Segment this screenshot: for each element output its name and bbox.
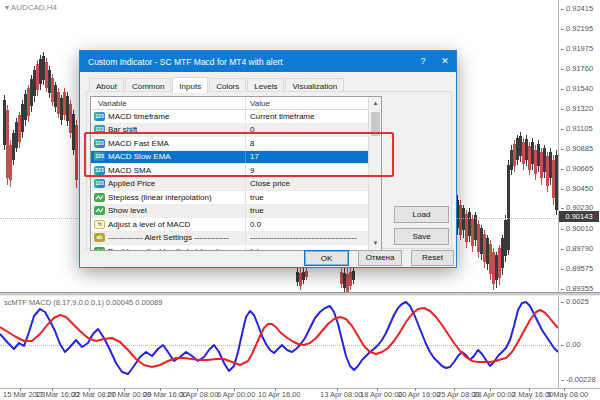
- param-value[interactable]: ----------------------------------------: [245, 232, 369, 245]
- time-tick: [52, 388, 53, 391]
- table-row[interactable]: ½Adjust a level of MACD0.0: [91, 218, 369, 232]
- param-value[interactable]: 9: [245, 164, 369, 177]
- scrollbar-thumb[interactable]: [371, 112, 380, 136]
- param-type-bool-icon: [94, 206, 105, 215]
- param-type-bool-icon: [94, 247, 105, 251]
- param-value[interactable]: 0: [245, 124, 369, 137]
- scroll-down-icon[interactable]: ▼: [369, 237, 382, 250]
- time-tick-label: 20 Apr 16:00: [398, 390, 441, 399]
- time-tick-label: 10 Apr 16:00: [258, 390, 301, 399]
- table-row[interactable]: 123MACD Fast EMA8: [91, 137, 369, 151]
- table-row[interactable]: 123MACD Slow EMA17: [91, 151, 369, 165]
- time-tick: [377, 388, 378, 391]
- param-value[interactable]: 0.0: [245, 218, 369, 231]
- param-name: MACD Fast EMA: [108, 139, 169, 148]
- price-tick-label: 0.89790: [561, 244, 593, 253]
- help-button[interactable]: ?: [412, 51, 434, 72]
- table-row[interactable]: 123Bar shift0: [91, 124, 369, 138]
- time-tick: [20, 388, 21, 391]
- param-name: Show level: [108, 206, 147, 215]
- column-variable: Variable: [91, 99, 245, 108]
- price-tick-label: 0.92415: [561, 4, 593, 13]
- param-name: Bar shift: [108, 125, 137, 134]
- price-tick-label: 0.90885: [561, 144, 593, 153]
- table-scrollbar[interactable]: ▲ ▼: [368, 97, 381, 250]
- reset-button[interactable]: Reset: [411, 250, 454, 266]
- macd-main-line: [0, 302, 558, 374]
- column-value: Value: [245, 97, 369, 109]
- symbol-text: AUDCAD,H4: [11, 3, 57, 12]
- time-tick: [415, 388, 416, 391]
- param-name: MACD timeframe: [108, 112, 169, 121]
- price-tick-label: 0.91975: [561, 44, 593, 53]
- inputs-rows: Variable Value 123MACD timeframeCurrent …: [91, 97, 369, 251]
- indicator-tick-label: 0.0025: [561, 297, 589, 306]
- param-name: MACD SMA: [108, 166, 151, 175]
- param-type-int-icon: 123: [94, 139, 105, 148]
- param-name: Applied Price: [108, 179, 155, 188]
- time-tick: [89, 388, 90, 391]
- time-tick-label: 28 Apr 00:00: [473, 390, 516, 399]
- price-tick-label: 0.91760: [561, 64, 593, 73]
- symbol-label: ▾ AUDCAD,H4: [5, 3, 57, 12]
- ok-button[interactable]: OK: [304, 250, 349, 266]
- param-type-double-icon: ½: [94, 220, 105, 229]
- param-value[interactable]: 17: [245, 151, 369, 164]
- param-name: Stepless (linear interpolation): [108, 193, 212, 202]
- time-tick: [564, 388, 565, 391]
- time-tick: [160, 388, 161, 391]
- tab-inputs[interactable]: Inputs: [172, 77, 208, 93]
- param-value[interactable]: true: [245, 191, 369, 204]
- price-tick-label: 0.90450: [561, 184, 593, 193]
- param-type-string-icon: ab: [94, 233, 105, 242]
- param-name: MACD Slow EMA: [108, 152, 171, 161]
- dialog-title: Custom Indicator - SC MTF Macd for MT4 w…: [80, 57, 412, 67]
- param-type-int-icon: 123: [94, 112, 105, 121]
- time-tick-label: 6 Apr 00:00: [217, 390, 255, 399]
- time-tick: [275, 388, 276, 391]
- dialog-titlebar[interactable]: Custom Indicator - SC MTF Macd for MT4 w…: [80, 51, 456, 72]
- time-tick-label: 3 Apr 08:00: [180, 390, 218, 399]
- table-row[interactable]: 123MACD SMA9: [91, 164, 369, 178]
- price-tick-label: 0.92195: [561, 24, 593, 33]
- param-value[interactable]: 8: [245, 137, 369, 150]
- macd-plot: [0, 296, 558, 388]
- table-row[interactable]: Show leveltrue: [91, 205, 369, 219]
- table-row[interactable]: 123MACD timeframeCurrent timeframe: [91, 110, 369, 124]
- price-tick-label: 0.91105: [561, 124, 593, 133]
- time-tick: [490, 388, 491, 391]
- table-row[interactable]: ab------------- Alert Settings ---------…: [91, 232, 369, 246]
- symbol-dropdown-icon[interactable]: ▾: [5, 3, 9, 12]
- candle: [75, 120, 78, 188]
- close-icon[interactable]: ✕: [434, 51, 456, 72]
- save-button[interactable]: Save: [394, 228, 449, 245]
- param-name: ------------- Alert Settings -----------…: [108, 233, 229, 242]
- scroll-up-icon[interactable]: ▲: [369, 97, 382, 110]
- candle: [555, 150, 558, 215]
- table-row[interactable]: 123Applied PriceClose price: [91, 178, 369, 192]
- table-row[interactable]: Stepless (linear interpolation)true: [91, 191, 369, 205]
- param-value[interactable]: true: [245, 205, 369, 218]
- cancel-button[interactable]: Отмена: [358, 250, 402, 266]
- load-button[interactable]: Load: [394, 206, 449, 223]
- price-axis-border: [558, 0, 559, 388]
- param-type-int-icon: 123: [94, 152, 105, 161]
- custom-indicator-dialog: Custom Indicator - SC MTF Macd for MT4 w…: [79, 50, 457, 268]
- current-price-badge: 0.90143: [559, 211, 599, 222]
- price-tick-label: 0.90665: [561, 164, 593, 173]
- price-tick-label: 0.91540: [561, 84, 593, 93]
- param-value[interactable]: Current timeframe: [245, 110, 369, 123]
- param-name: Enable or disable all alert functions: [108, 247, 232, 251]
- param-name: Adjust a level of MACD: [108, 220, 190, 229]
- indicator-tick-label: -0.00228: [561, 375, 596, 384]
- param-value[interactable]: Close price: [245, 178, 369, 191]
- table-header: Variable Value: [91, 97, 369, 110]
- inputs-table: Variable Value 123MACD timeframeCurrent …: [90, 96, 382, 251]
- time-axis-border: [0, 388, 600, 389]
- price-tick-label: 0.90010: [561, 224, 593, 233]
- time-tick: [454, 388, 455, 391]
- param-type-int-icon: 123: [94, 179, 105, 188]
- param-type-int-icon: 123: [94, 166, 105, 175]
- time-tick: [197, 388, 198, 391]
- price-tick-label: 0.89575: [561, 264, 593, 273]
